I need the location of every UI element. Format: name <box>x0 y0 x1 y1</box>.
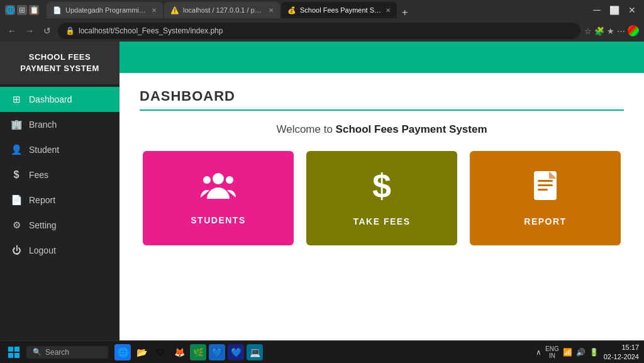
tab-close-3[interactable]: ✕ <box>386 7 391 14</box>
logout-icon: ⏻ <box>10 245 23 255</box>
tab-2[interactable]: ⚠️ localhost / 127.0.0.1 / paysystem... … <box>164 2 280 18</box>
sidebar-label-fees: Fees <box>29 170 48 180</box>
card-report[interactable]: REPORT <box>470 151 621 245</box>
dashboard-icon: ⊞ <box>10 94 23 105</box>
address-bar: ← → ↺ 🔒 localhost/t/School_Fees_System/i… <box>0 20 644 42</box>
svg-rect-6 <box>538 184 553 186</box>
svg-point-0 <box>213 173 224 184</box>
fees-icon: $ <box>10 169 23 181</box>
tab-1[interactable]: 📄 Updategadh Programming - Upd... ✕ <box>47 2 163 18</box>
menu-icon[interactable]: ⋯ <box>617 26 625 36</box>
back-button[interactable]: ← <box>5 24 19 38</box>
sidebar-label-logout: Logout <box>29 245 56 255</box>
new-tab-button[interactable]: + <box>398 7 411 18</box>
bookmark-icon[interactable]: ☆ <box>584 26 592 36</box>
url-text: localhost/t/School_Fees_System/index.php <box>79 26 223 35</box>
taskbar-app-3[interactable]: 🛡 <box>152 344 169 360</box>
fees-card-label: TAKE FEES <box>353 216 410 226</box>
start-button[interactable] <box>5 343 23 361</box>
browser-chrome: 🌐 ⊞ 📋 📄 Updategadh Programming - Upd... … <box>0 0 644 42</box>
sidebar-item-logout[interactable]: ⏻ Logout <box>0 238 119 262</box>
students-card-icon <box>201 171 236 208</box>
windows-logo <box>8 347 19 358</box>
taskbar-app-1[interactable]: 🌐 <box>114 344 131 360</box>
taskbar-app-2[interactable]: 📂 <box>133 344 150 360</box>
top-header <box>119 42 644 73</box>
taskbar-right: ∧ ENGIN 📶 🔊 🔋 15:17 02-12-2024 <box>536 343 639 361</box>
taskbar-app-8[interactable]: 💻 <box>247 344 263 360</box>
sidebar-item-dashboard[interactable]: ⊞ Dashboard <box>0 87 119 112</box>
tray-sound[interactable]: 🔊 <box>576 348 586 357</box>
time-block: 15:17 02-12-2024 <box>604 343 639 361</box>
taskbar-search[interactable]: 🔍 Search <box>26 346 108 359</box>
sidebar: SCHOOL FEESPAYMENT SYSTEM ⊞ Dashboard 🏢 … <box>0 42 119 340</box>
sidebar-label-report: Report <box>29 195 55 205</box>
students-card-label: STUDENTS <box>191 215 245 225</box>
tray-icons: ∧ ENGIN 📶 🔊 🔋 <box>536 345 599 359</box>
tab-3[interactable]: 💰 School Fees Payment System ✕ <box>281 2 397 18</box>
taskbar-search-label: Search <box>45 348 69 357</box>
setting-icon: ⚙ <box>10 220 23 231</box>
forward-button[interactable]: → <box>23 24 36 38</box>
svg-point-2 <box>226 176 233 184</box>
svg-rect-5 <box>538 180 553 182</box>
branch-icon: 🏢 <box>10 119 23 130</box>
sidebar-logo-text: SCHOOL FEESPAYMENT SYSTEM <box>8 52 112 74</box>
svg-point-1 <box>203 176 211 184</box>
cards-row: STUDENTS $ TAKE FEES <box>140 151 624 245</box>
sidebar-label-student: Student <box>29 145 59 155</box>
main-content: DASHBOARD Welcome to School Fees Payment… <box>119 42 644 340</box>
browser-icon1: 🌐 <box>5 5 15 15</box>
card-students[interactable]: STUDENTS <box>143 151 294 245</box>
taskbar-search-icon: 🔍 <box>33 348 42 356</box>
tab-close-2[interactable]: ✕ <box>269 7 274 14</box>
tray-battery[interactable]: 🔋 <box>589 348 599 357</box>
tab-close-1[interactable]: ✕ <box>152 7 157 14</box>
sidebar-label-dashboard: Dashboard <box>29 94 72 104</box>
app-window: SCHOOL FEESPAYMENT SYSTEM ⊞ Dashboard 🏢 … <box>0 42 644 340</box>
card-take-fees[interactable]: $ TAKE FEES <box>306 151 457 245</box>
tray-icon-up[interactable]: ∧ <box>536 348 541 357</box>
maximize-button[interactable]: ⬜ <box>608 3 621 17</box>
student-icon: 👤 <box>10 144 23 155</box>
title-bar: 🌐 ⊞ 📋 📄 Updategadh Programming - Upd... … <box>0 0 644 20</box>
sidebar-item-student[interactable]: 👤 Student <box>0 137 119 162</box>
tray-lang: ENGIN <box>545 345 559 359</box>
time-display: 15:17 <box>604 343 639 352</box>
svg-rect-7 <box>538 189 548 191</box>
url-box[interactable]: 🔒 localhost/t/School_Fees_System/index.p… <box>58 23 580 39</box>
minimize-button[interactable]: ─ <box>590 3 604 17</box>
section-divider <box>140 109 624 111</box>
sidebar-nav: ⊞ Dashboard 🏢 Branch 👤 Student $ Fees 📄 … <box>0 84 119 340</box>
browser-icon2: ⊞ <box>17 5 27 15</box>
taskbar-app-7[interactable]: 💙 <box>228 344 244 360</box>
taskbar-app-6[interactable]: 💙 <box>209 344 225 360</box>
reload-button[interactable]: ↺ <box>40 24 54 38</box>
welcome-text: Welcome to School Fees Payment System <box>140 123 624 136</box>
tray-wifi[interactable]: 📶 <box>563 348 572 357</box>
content-area: DASHBOARD Welcome to School Fees Payment… <box>119 73 644 340</box>
sidebar-logo: SCHOOL FEESPAYMENT SYSTEM <box>0 42 119 84</box>
date-display: 02-12-2024 <box>604 352 639 361</box>
sidebar-label-setting: Setting <box>29 220 57 230</box>
close-button[interactable]: ✕ <box>625 3 639 17</box>
sidebar-item-setting[interactable]: ⚙ Setting <box>0 213 119 238</box>
svg-text:$: $ <box>372 170 391 204</box>
sidebar-item-branch[interactable]: 🏢 Branch <box>0 112 119 137</box>
fees-card-icon: $ <box>368 170 396 209</box>
taskbar: 🔍 Search 🌐 📂 🛡 🦊 🌿 💙 💙 💻 ∧ ENGIN 📶 🔊 🔋 1… <box>0 340 644 363</box>
favorites-icon[interactable]: ★ <box>607 26 614 36</box>
profile-indicator[interactable] <box>628 25 639 36</box>
extensions-icon[interactable]: 🧩 <box>594 26 604 36</box>
browser-icon3: 📋 <box>29 5 39 15</box>
page-title: DASHBOARD <box>140 88 624 104</box>
taskbar-app-4[interactable]: 🦊 <box>171 344 187 360</box>
taskbar-apps: 🌐 📂 🛡 🦊 🌿 💙 💙 💻 <box>114 344 263 360</box>
report-icon: 📄 <box>10 194 23 206</box>
report-card-label: REPORT <box>524 216 566 226</box>
sidebar-item-fees[interactable]: $ Fees <box>0 162 119 187</box>
report-card-icon <box>531 170 559 209</box>
address-bar-actions: ☆ 🧩 ★ ⋯ <box>584 25 639 36</box>
taskbar-app-5[interactable]: 🌿 <box>190 344 206 360</box>
sidebar-item-report[interactable]: 📄 Report <box>0 187 119 213</box>
